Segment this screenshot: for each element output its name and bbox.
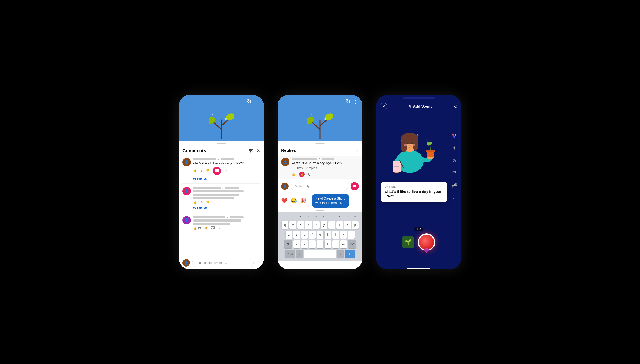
comment-card-text: what's it like to live a day in your lif…: [385, 190, 444, 199]
key-h[interactable]: h: [325, 230, 331, 239]
key-j[interactable]: j: [333, 230, 339, 239]
more-icon-2[interactable]: ⋮: [353, 99, 358, 104]
laugh-emoji[interactable]: 😂: [291, 198, 297, 204]
key-d[interactable]: d: [301, 230, 308, 239]
close-replies-btn[interactable]: ✕: [355, 148, 359, 153]
comment-more-btn-2[interactable]: ⋮: [254, 187, 260, 192]
chevron-down-icon[interactable]: ⌄: [450, 194, 458, 202]
key-e[interactable]: e: [297, 221, 304, 229]
key-num-3[interactable]: 3: [297, 214, 304, 220]
heart-emoji[interactable]: ❤️: [281, 198, 287, 204]
key-num-1[interactable]: 1: [282, 214, 288, 220]
reply-input[interactable]: Add a reply...: [291, 182, 348, 191]
dislike-btn[interactable]: 👎: [206, 169, 210, 172]
record-btn[interactable]: [418, 234, 435, 251]
close-icon[interactable]: ✕: [257, 148, 260, 153]
emoji-send-btn[interactable]: [351, 182, 359, 190]
key-o[interactable]: o: [344, 221, 351, 229]
key-z[interactable]: z: [293, 240, 300, 248]
no-mic-icon[interactable]: 🎤: [450, 181, 458, 190]
palette-icon[interactable]: [450, 132, 458, 140]
celebrate-emoji[interactable]: 🎉: [300, 198, 306, 204]
key-w[interactable]: w: [289, 221, 296, 229]
back-icon[interactable]: ←: [183, 99, 188, 104]
key-x[interactable]: x: [301, 240, 308, 248]
key-shift[interactable]: ⇧: [284, 240, 292, 248]
like-btn[interactable]: 👍 410: [193, 201, 203, 204]
back-icon-2[interactable]: ←: [282, 99, 287, 104]
key-enter[interactable]: ↵: [345, 250, 355, 258]
comment-btn[interactable]: [213, 201, 216, 204]
key-a[interactable]: a: [285, 230, 292, 239]
key-l[interactable]: l: [348, 230, 355, 239]
key-r[interactable]: r: [305, 221, 312, 229]
comment-meta-2: [193, 187, 252, 189]
key-v[interactable]: v: [317, 240, 324, 248]
key-y[interactable]: y: [321, 221, 327, 229]
key-p[interactable]: p: [352, 221, 359, 229]
key-num-0[interactable]: 0: [352, 214, 359, 220]
timer-icon[interactable]: ⏱: [450, 169, 458, 177]
reply-bubble[interactable]: [213, 167, 221, 175]
key-num-switch[interactable]: ?123: [285, 250, 295, 258]
close-btn[interactable]: ✕: [380, 103, 387, 110]
key-num-8[interactable]: 8: [336, 214, 343, 220]
key-i[interactable]: i: [336, 221, 343, 229]
sparkle-icon[interactable]: ✦: [450, 144, 458, 152]
like-btn[interactable]: 👍 819: [193, 169, 203, 172]
heart-btn[interactable]: ♡: [224, 169, 227, 172]
plant-illustration: ✕ ✕: [209, 111, 234, 141]
key-num-9[interactable]: 9: [344, 214, 351, 220]
key-q[interactable]: q: [282, 221, 288, 229]
dislike-btn[interactable]: 👎: [204, 226, 208, 230]
key-period[interactable]: .: [337, 250, 344, 258]
key-num-5[interactable]: 5: [313, 214, 319, 220]
comments-sheet: Comments ✕ 👤: [179, 143, 264, 269]
key-b[interactable]: b: [325, 240, 331, 248]
comment-btn[interactable]: [211, 226, 215, 230]
original-more-btn[interactable]: ⋮: [353, 158, 359, 163]
send-more-icon[interactable]: ⋮: [256, 260, 260, 265]
camera-icon[interactable]: [246, 99, 251, 104]
key-comma[interactable]: ,: [296, 250, 303, 258]
thumbnail-btn[interactable]: 🌱: [402, 236, 414, 248]
key-num-4[interactable]: 4: [305, 214, 312, 220]
comment-more-btn[interactable]: ⋮: [254, 158, 260, 163]
key-g[interactable]: g: [317, 230, 324, 239]
comment-reply-btn[interactable]: [308, 173, 312, 176]
svg-point-25: [455, 134, 456, 136]
drag-handle-2[interactable]: [315, 143, 325, 144]
replies-link-2[interactable]: 93 replies: [193, 206, 260, 210]
comment-more-btn-3[interactable]: ⋮: [254, 216, 260, 221]
key-space[interactable]: [304, 250, 336, 258]
svg-point-13: [252, 150, 253, 152]
dislike-btn[interactable]: 👎: [206, 201, 210, 204]
drag-handle[interactable]: [217, 143, 226, 144]
key-num-7[interactable]: 7: [329, 214, 335, 220]
add-comment-input[interactable]: Add a public comment...: [192, 259, 254, 267]
like-btn[interactable]: 👍 19: [193, 226, 201, 230]
key-f[interactable]: f: [309, 230, 316, 239]
key-delete[interactable]: ⌫: [348, 240, 356, 248]
heart-btn[interactable]: ♡: [220, 201, 222, 204]
new-short-bubble[interactable]: New! Create a Short with this comment.: [312, 194, 349, 208]
emoji-like-btn[interactable]: 👍: [299, 172, 305, 177]
key-num-6[interactable]: 6: [321, 214, 327, 220]
more-icon[interactable]: ⋮: [255, 99, 259, 104]
camera-icon-2[interactable]: [345, 99, 350, 104]
key-s[interactable]: s: [293, 230, 300, 239]
like-btn-orig[interactable]: 👍: [292, 172, 295, 176]
filter-icon[interactable]: [249, 149, 253, 152]
key-k[interactable]: k: [340, 230, 347, 239]
original-meta: [292, 158, 351, 160]
key-u[interactable]: u: [329, 221, 335, 229]
refresh-btn[interactable]: ↻: [454, 104, 458, 109]
key-num-2[interactable]: 2: [289, 214, 296, 220]
speed-icon[interactable]: ⊙: [450, 156, 458, 165]
key-n[interactable]: n: [333, 240, 339, 248]
heart-btn[interactable]: ♡: [218, 226, 221, 230]
replies-link-1[interactable]: 93 replies: [193, 177, 260, 180]
key-c[interactable]: c: [309, 240, 316, 248]
key-t[interactable]: t: [313, 221, 319, 229]
key-m[interactable]: m: [340, 240, 347, 248]
